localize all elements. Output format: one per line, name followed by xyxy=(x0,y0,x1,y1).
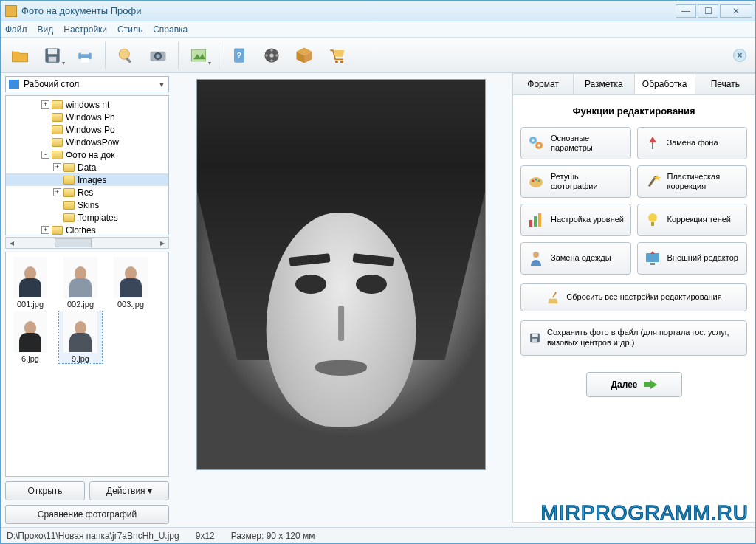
print-button[interactable] xyxy=(70,41,100,70)
thumbnail-caption: 001.jpg xyxy=(9,300,52,309)
statusbar: D:\Прохо\11\Новая папка\jr7aBncHh_U.jpg … xyxy=(1,527,755,543)
svg-rect-42 xyxy=(651,222,654,226)
tree-item[interactable]: Windows Ph xyxy=(6,111,168,123)
thumbnail-list: 001.jpg002.jpg003.jpg6.jpg9.jpg xyxy=(5,252,169,477)
arrow-right-icon xyxy=(644,379,657,390)
svg-rect-2 xyxy=(49,56,57,61)
scroll-thumb[interactable] xyxy=(55,238,92,247)
help-tool-button[interactable]: ? xyxy=(224,41,254,70)
tree-label: Templates xyxy=(78,213,118,223)
svg-point-35 xyxy=(538,180,540,182)
folder-tree[interactable]: +windows ntWindows PhWindows PoWindowsPo… xyxy=(5,95,169,235)
thumbnail-item[interactable]: 003.jpg xyxy=(109,257,152,309)
tree-item[interactable]: Windows Po xyxy=(6,123,168,136)
hint-icon[interactable]: × xyxy=(733,49,746,62)
scroll-left-icon[interactable]: ◂ xyxy=(6,238,18,248)
tab-format[interactable]: Формат xyxy=(512,73,574,94)
replace-clothes-button[interactable]: Замена одежды xyxy=(520,242,631,275)
monitor-icon xyxy=(644,249,662,267)
tree-item[interactable]: Templates xyxy=(6,211,168,224)
replace-bg-button[interactable]: Замена фона xyxy=(637,127,748,159)
open-file-button[interactable] xyxy=(5,41,35,70)
open-button[interactable]: Открыть xyxy=(5,481,85,500)
tree-toggle-icon[interactable]: + xyxy=(53,163,61,171)
menu-view[interactable]: Вид xyxy=(38,24,54,35)
close-button[interactable]: ✕ xyxy=(720,4,752,18)
tree-item[interactable]: WindowsPow xyxy=(6,136,168,148)
actions-button[interactable]: Действия ▾ xyxy=(89,481,169,500)
thumbnail-item[interactable]: 6.jpg xyxy=(9,311,52,363)
tree-item[interactable]: +windows nt xyxy=(6,98,168,111)
folder-icon xyxy=(52,113,63,122)
left-pane: Рабочий стол ▼ +windows ntWindows PhWind… xyxy=(1,73,171,527)
media-tool-button[interactable] xyxy=(257,41,286,70)
menu-style[interactable]: Стиль xyxy=(117,24,142,35)
chevron-down-icon: ▼ xyxy=(158,80,165,89)
menu-file[interactable]: Файл xyxy=(5,24,27,35)
menubar: Файл Вид Настройки Стиль Справка xyxy=(1,21,755,38)
camera-tool-button[interactable] xyxy=(143,41,173,70)
folder-icon xyxy=(63,176,75,185)
svg-rect-50 xyxy=(532,334,537,337)
save-button[interactable]: ▾ xyxy=(38,41,67,70)
thumbnail-item[interactable]: 9.jpg xyxy=(59,311,102,363)
menu-help[interactable]: Справка xyxy=(153,24,188,35)
retouch-button[interactable]: Ретушь фотографии xyxy=(520,165,631,198)
photo-preview[interactable] xyxy=(196,79,486,470)
view-tool-button[interactable] xyxy=(111,41,140,70)
menu-settings[interactable]: Настройки xyxy=(63,24,107,35)
thumbnail-caption: 003.jpg xyxy=(109,300,152,309)
box-tool-button[interactable] xyxy=(289,41,319,70)
tree-label: Фото на док xyxy=(66,150,114,160)
panel-heading: Функции редактирования xyxy=(520,106,747,117)
svg-point-30 xyxy=(537,144,540,146)
tree-item[interactable]: Skins xyxy=(6,199,168,211)
tab-print[interactable]: Печать xyxy=(695,73,755,94)
tree-toggle-icon xyxy=(53,201,61,209)
svg-rect-45 xyxy=(650,263,655,265)
app-icon xyxy=(5,5,17,17)
folder-icon xyxy=(63,188,75,197)
levels-button[interactable]: Настройка уровней xyxy=(520,204,631,236)
svg-point-43 xyxy=(533,252,539,258)
thumbnail-item[interactable]: 001.jpg xyxy=(9,257,52,309)
external-editor-button[interactable]: Внешний редактор xyxy=(637,242,748,275)
thumbnail-caption: 6.jpg xyxy=(9,354,52,363)
body: Рабочий стол ▼ +windows ntWindows PhWind… xyxy=(1,73,755,527)
tree-toggle-icon[interactable]: + xyxy=(41,100,49,109)
tree-item[interactable]: +Res xyxy=(6,186,168,199)
scroll-right-icon[interactable]: ▸ xyxy=(157,238,168,248)
compare-button[interactable]: Сравнение фотографий xyxy=(5,505,169,524)
plastic-button[interactable]: Пластическая коррекция xyxy=(637,165,748,198)
folder-icon xyxy=(63,163,75,172)
folder-icon xyxy=(63,201,75,210)
path-combo[interactable]: Рабочий стол ▼ xyxy=(5,76,169,92)
next-button[interactable]: Далее xyxy=(586,372,682,397)
tree-item[interactable]: -Фото на док xyxy=(6,148,168,161)
image-tool-button[interactable]: ▾ xyxy=(184,41,213,70)
minimize-button[interactable]: — xyxy=(676,4,696,18)
folder-icon xyxy=(52,138,63,147)
tree-label: WindowsPow xyxy=(66,137,119,148)
svg-text:?: ? xyxy=(237,51,241,60)
tree-toggle-icon[interactable]: + xyxy=(53,188,61,196)
basic-params-button[interactable]: Основные параметры xyxy=(520,127,631,159)
tab-edit[interactable]: Обработка xyxy=(634,73,695,94)
reset-button[interactable]: Сбросить все настройки редактирования xyxy=(520,283,747,311)
svg-rect-40 xyxy=(538,213,541,227)
folder-icon xyxy=(52,125,63,134)
tree-toggle-icon[interactable]: + xyxy=(41,226,49,234)
tree-hscrollbar[interactable]: ◂ ▸ xyxy=(5,237,169,249)
tree-item[interactable]: +Clothes xyxy=(6,224,168,235)
thumbnail-item[interactable]: 002.jpg xyxy=(59,257,102,309)
save-file-button[interactable]: Сохранить фото в файл (для портала гос. … xyxy=(520,320,747,356)
tree-item[interactable]: Images xyxy=(6,173,168,186)
tab-markup[interactable]: Разметка xyxy=(573,73,634,94)
wand-icon xyxy=(644,173,662,190)
svg-point-18 xyxy=(270,59,273,62)
tree-toggle-icon[interactable]: - xyxy=(41,151,49,159)
shadows-button[interactable]: Коррекция теней xyxy=(637,204,748,236)
cart-tool-button[interactable] xyxy=(322,41,351,70)
tree-item[interactable]: +Data xyxy=(6,161,168,173)
maximize-button[interactable]: ☐ xyxy=(698,4,718,18)
